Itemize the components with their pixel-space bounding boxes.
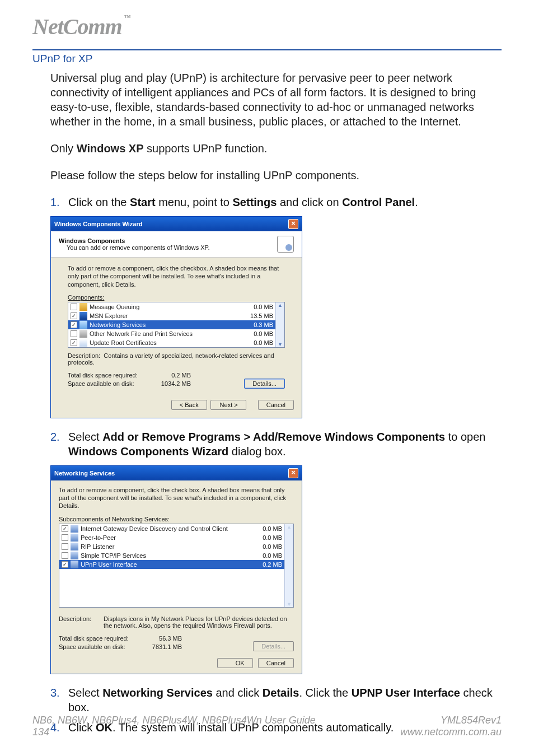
list-item[interactable]: Internet Gateway Device Discovery and Co… — [59, 524, 284, 533]
scroll-up-icon[interactable]: ▲ — [287, 524, 292, 530]
section-title: UPnP for XP — [32, 49, 502, 65]
file-print-services-icon — [79, 330, 87, 338]
only-xp-text: Only Windows XP supports UPnP function. — [50, 141, 502, 156]
details-button[interactable]: Details... — [244, 379, 285, 389]
scrollbar[interactable]: ▲▼ — [284, 524, 293, 607]
checkbox[interactable] — [62, 525, 68, 532]
networking-services-icon — [79, 321, 87, 329]
checkbox[interactable] — [62, 561, 68, 568]
scrollbar[interactable]: ▲▼ — [275, 302, 284, 347]
list-item[interactable]: UPnP User Interface0.2 MB — [59, 560, 284, 569]
certificate-icon — [79, 339, 87, 347]
next-button[interactable]: Next > — [210, 400, 246, 410]
checkbox[interactable] — [62, 543, 68, 550]
intro-text: Universal plug and play (UPnP) is archit… — [50, 71, 502, 129]
subcomponents-list[interactable]: Internet Gateway Device Discovery and Co… — [59, 524, 294, 608]
checkbox[interactable] — [62, 552, 68, 559]
list-item[interactable]: MSN Explorer13.5 MB — [68, 311, 275, 320]
list-item[interactable]: Message Queuing0.0 MB — [68, 302, 275, 311]
ok-button[interactable]: OK — [217, 658, 253, 668]
close-icon[interactable]: × — [288, 468, 298, 478]
network-service-icon — [71, 543, 78, 550]
network-service-icon — [71, 534, 78, 542]
follow-steps-text: Please follow the steps below for instal… — [50, 168, 502, 183]
step-2: 2. Select Add or Remove Programs > Add/R… — [50, 430, 502, 459]
brand-logo: NetComm™ — [32, 13, 130, 40]
checkbox[interactable] — [62, 534, 68, 541]
subcomponents-label: Subcomponents of Networking Services: — [59, 516, 294, 522]
network-service-icon — [71, 552, 78, 559]
close-icon[interactable]: × — [288, 219, 298, 229]
step-1: 1. Click on the Start menu, point to Set… — [50, 195, 502, 209]
wizard-subheading: You can add or remove components of Wind… — [67, 244, 210, 251]
checkbox[interactable] — [71, 339, 77, 346]
network-service-icon — [71, 525, 78, 533]
cancel-button[interactable]: Cancel — [258, 658, 294, 668]
back-button[interactable]: < Back — [171, 400, 207, 410]
scroll-up-icon[interactable]: ▲ — [278, 302, 283, 308]
components-list[interactable]: Message Queuing0.0 MB MSN Explorer13.5 M… — [68, 302, 285, 348]
msn-explorer-icon — [79, 312, 87, 320]
step-3: 3. Select Networking Services and click … — [50, 685, 502, 715]
cancel-button[interactable]: Cancel — [258, 400, 294, 410]
details-button: Details... — [253, 641, 294, 651]
network-service-icon — [71, 561, 78, 568]
windows-components-wizard-dialog: Windows Components Wizard × Windows Comp… — [50, 216, 302, 418]
list-item[interactable]: Networking Services0.3 MB — [68, 320, 275, 329]
description-text: Description: Contains a variety of speci… — [68, 352, 285, 366]
windows-icon — [277, 236, 294, 253]
dialog-titlebar: Windows Components Wizard × — [51, 217, 302, 231]
checkbox[interactable] — [71, 304, 77, 310]
scroll-down-icon[interactable]: ▼ — [287, 601, 292, 607]
message-queuing-icon — [79, 303, 87, 311]
wizard-heading: Windows Components — [59, 237, 210, 244]
list-item[interactable]: Update Root Certificates0.0 MB — [68, 338, 275, 347]
scroll-down-icon[interactable]: ▼ — [278, 342, 283, 347]
instructions-text: To add or remove a component, click the … — [59, 486, 294, 510]
list-item[interactable]: Peer-to-Peer0.0 MB — [59, 533, 284, 542]
list-item[interactable]: Other Network File and Print Services0.0… — [68, 329, 275, 338]
checkbox[interactable] — [71, 312, 77, 319]
description-text: Description: Displays icons in My Networ… — [59, 615, 294, 629]
disk-space-stats: Total disk space required:56.3 MB Space … — [59, 634, 182, 652]
checkbox[interactable] — [71, 321, 77, 328]
disk-space-stats: Total disk space required:0.2 MB Space a… — [68, 371, 191, 389]
list-item[interactable]: Simple TCP/IP Services0.0 MB — [59, 551, 284, 560]
checkbox[interactable] — [71, 330, 77, 337]
page-footer: NB6, NB6W, NB6Plus4, NB6Plus4W, NB6Plus4… — [32, 715, 502, 738]
list-item[interactable]: RIP Listener0.0 MB — [59, 542, 284, 551]
instructions-text: To add or remove a component, click the … — [68, 264, 285, 288]
components-label: Components: — [68, 294, 285, 301]
dialog-titlebar: Networking Services × — [51, 466, 302, 480]
networking-services-dialog: Networking Services × To add or remove a… — [50, 465, 302, 675]
